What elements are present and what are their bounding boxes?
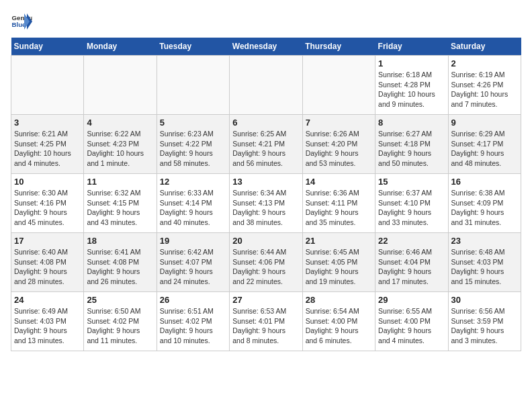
day-info: Sunrise: 6:33 AM Sunset: 4:14 PM Dayligh… [160, 188, 226, 228]
day-header-tuesday: Tuesday [157, 38, 229, 56]
day-number: 12 [160, 177, 226, 187]
calendar-cell: 28Sunrise: 6:54 AM Sunset: 4:00 PM Dayli… [302, 292, 375, 351]
day-number: 4 [87, 118, 153, 128]
day-number: 7 [306, 118, 372, 128]
day-info: Sunrise: 6:41 AM Sunset: 4:08 PM Dayligh… [87, 247, 153, 287]
day-number: 13 [232, 177, 299, 187]
day-number: 21 [306, 236, 372, 246]
calendar-cell [302, 56, 375, 115]
day-info: Sunrise: 6:55 AM Sunset: 4:00 PM Dayligh… [378, 306, 445, 346]
day-header-thursday: Thursday [302, 38, 375, 56]
day-info: Sunrise: 6:32 AM Sunset: 4:15 PM Dayligh… [87, 188, 153, 228]
logo-icon: General Blue [11, 11, 32, 32]
calendar-cell: 9Sunrise: 6:29 AM Sunset: 4:17 PM Daylig… [448, 115, 521, 174]
day-number: 11 [87, 177, 153, 187]
day-number: 22 [378, 236, 445, 246]
calendar-week-row: 1Sunrise: 6:18 AM Sunset: 4:28 PM Daylig… [11, 56, 521, 115]
day-info: Sunrise: 6:38 AM Sunset: 4:09 PM Dayligh… [451, 188, 518, 228]
calendar-cell: 1Sunrise: 6:18 AM Sunset: 4:28 PM Daylig… [375, 56, 448, 115]
day-info: Sunrise: 6:18 AM Sunset: 4:28 PM Dayligh… [378, 70, 445, 109]
day-number: 23 [451, 236, 518, 246]
calendar-cell: 11Sunrise: 6:32 AM Sunset: 4:15 PM Dayli… [84, 174, 157, 233]
day-number: 19 [160, 236, 226, 246]
day-info: Sunrise: 6:37 AM Sunset: 4:10 PM Dayligh… [378, 188, 445, 228]
calendar-cell: 30Sunrise: 6:56 AM Sunset: 3:59 PM Dayli… [448, 292, 521, 351]
day-header-saturday: Saturday [448, 38, 521, 56]
calendar-cell: 27Sunrise: 6:53 AM Sunset: 4:01 PM Dayli… [230, 292, 302, 351]
calendar-cell: 7Sunrise: 6:26 AM Sunset: 4:20 PM Daylig… [302, 115, 375, 174]
day-number: 18 [87, 236, 153, 246]
day-number: 15 [378, 177, 445, 187]
day-info: Sunrise: 6:29 AM Sunset: 4:17 PM Dayligh… [451, 129, 518, 169]
day-header-friday: Friday [375, 38, 448, 56]
day-info: Sunrise: 6:45 AM Sunset: 4:05 PM Dayligh… [306, 247, 372, 287]
calendar-cell: 22Sunrise: 6:46 AM Sunset: 4:04 PM Dayli… [375, 233, 448, 292]
calendar-cell: 2Sunrise: 6:19 AM Sunset: 4:26 PM Daylig… [448, 56, 521, 115]
calendar-cell: 29Sunrise: 6:55 AM Sunset: 4:00 PM Dayli… [375, 292, 448, 351]
day-info: Sunrise: 6:27 AM Sunset: 4:18 PM Dayligh… [378, 129, 445, 169]
calendar-cell: 6Sunrise: 6:25 AM Sunset: 4:21 PM Daylig… [230, 115, 302, 174]
day-info: Sunrise: 6:44 AM Sunset: 4:06 PM Dayligh… [232, 247, 299, 287]
calendar-header-row: SundayMondayTuesdayWednesdayThursdayFrid… [11, 38, 521, 56]
day-info: Sunrise: 6:54 AM Sunset: 4:00 PM Dayligh… [306, 306, 372, 346]
calendar-cell: 24Sunrise: 6:49 AM Sunset: 4:03 PM Dayli… [11, 292, 84, 351]
day-number: 27 [232, 295, 299, 305]
day-info: Sunrise: 6:25 AM Sunset: 4:21 PM Dayligh… [232, 129, 299, 169]
day-number: 30 [451, 295, 518, 305]
calendar-table: SundayMondayTuesdayWednesdayThursdayFrid… [11, 38, 521, 351]
day-number: 28 [306, 295, 372, 305]
calendar-cell: 17Sunrise: 6:40 AM Sunset: 4:08 PM Dayli… [11, 233, 84, 292]
calendar-cell: 18Sunrise: 6:41 AM Sunset: 4:08 PM Dayli… [84, 233, 157, 292]
calendar-cell: 3Sunrise: 6:21 AM Sunset: 4:25 PM Daylig… [11, 115, 84, 174]
day-number: 29 [378, 295, 445, 305]
day-info: Sunrise: 6:49 AM Sunset: 4:03 PM Dayligh… [14, 306, 81, 346]
calendar-week-row: 3Sunrise: 6:21 AM Sunset: 4:25 PM Daylig… [11, 115, 521, 174]
day-info: Sunrise: 6:19 AM Sunset: 4:26 PM Dayligh… [451, 70, 518, 109]
calendar-cell: 21Sunrise: 6:45 AM Sunset: 4:05 PM Dayli… [302, 233, 375, 292]
day-info: Sunrise: 6:56 AM Sunset: 3:59 PM Dayligh… [451, 306, 518, 346]
day-info: Sunrise: 6:42 AM Sunset: 4:07 PM Dayligh… [160, 247, 226, 287]
day-info: Sunrise: 6:46 AM Sunset: 4:04 PM Dayligh… [378, 247, 445, 287]
day-number: 24 [14, 295, 81, 305]
calendar-cell [230, 56, 302, 115]
day-number: 25 [87, 295, 153, 305]
day-info: Sunrise: 6:21 AM Sunset: 4:25 PM Dayligh… [14, 129, 81, 169]
calendar-cell: 14Sunrise: 6:36 AM Sunset: 4:11 PM Dayli… [302, 174, 375, 233]
day-info: Sunrise: 6:26 AM Sunset: 4:20 PM Dayligh… [306, 129, 372, 169]
day-info: Sunrise: 6:36 AM Sunset: 4:11 PM Dayligh… [306, 188, 372, 228]
calendar-cell: 10Sunrise: 6:30 AM Sunset: 4:16 PM Dayli… [11, 174, 84, 233]
day-info: Sunrise: 6:48 AM Sunset: 4:03 PM Dayligh… [451, 247, 518, 287]
day-info: Sunrise: 6:22 AM Sunset: 4:23 PM Dayligh… [87, 129, 153, 169]
day-info: Sunrise: 6:51 AM Sunset: 4:02 PM Dayligh… [160, 306, 226, 346]
day-info: Sunrise: 6:50 AM Sunset: 4:02 PM Dayligh… [87, 306, 153, 346]
calendar-cell: 15Sunrise: 6:37 AM Sunset: 4:10 PM Dayli… [375, 174, 448, 233]
calendar-cell [84, 56, 157, 115]
day-header-monday: Monday [84, 38, 157, 56]
calendar-cell: 23Sunrise: 6:48 AM Sunset: 4:03 PM Dayli… [448, 233, 521, 292]
day-info: Sunrise: 6:30 AM Sunset: 4:16 PM Dayligh… [14, 188, 81, 228]
calendar-cell: 19Sunrise: 6:42 AM Sunset: 4:07 PM Dayli… [157, 233, 229, 292]
day-number: 20 [232, 236, 299, 246]
calendar-cell: 4Sunrise: 6:22 AM Sunset: 4:23 PM Daylig… [84, 115, 157, 174]
day-number: 17 [14, 236, 81, 246]
calendar-cell: 5Sunrise: 6:23 AM Sunset: 4:22 PM Daylig… [157, 115, 229, 174]
day-info: Sunrise: 6:34 AM Sunset: 4:13 PM Dayligh… [232, 188, 299, 228]
calendar-week-row: 24Sunrise: 6:49 AM Sunset: 4:03 PM Dayli… [11, 292, 521, 351]
calendar-cell: 8Sunrise: 6:27 AM Sunset: 4:18 PM Daylig… [375, 115, 448, 174]
logo: General Blue [11, 11, 32, 32]
day-number: 16 [451, 177, 518, 187]
day-number: 5 [160, 118, 226, 128]
day-number: 1 [378, 58, 445, 68]
calendar-week-row: 10Sunrise: 6:30 AM Sunset: 4:16 PM Dayli… [11, 174, 521, 233]
calendar-cell: 25Sunrise: 6:50 AM Sunset: 4:02 PM Dayli… [84, 292, 157, 351]
day-number: 9 [451, 118, 518, 128]
calendar-cell [157, 56, 229, 115]
day-number: 6 [232, 118, 299, 128]
day-number: 2 [451, 58, 518, 68]
day-header-sunday: Sunday [11, 38, 84, 56]
page-header: General Blue [11, 11, 521, 32]
calendar-cell [11, 56, 84, 115]
calendar-cell: 13Sunrise: 6:34 AM Sunset: 4:13 PM Dayli… [230, 174, 302, 233]
svg-text:Blue: Blue [12, 21, 26, 28]
day-number: 10 [14, 177, 81, 187]
